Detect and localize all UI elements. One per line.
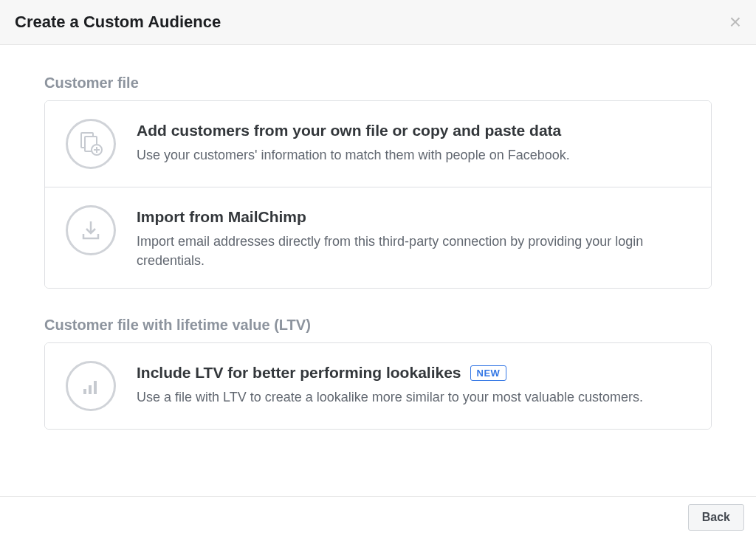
new-badge: NEW [470, 365, 507, 381]
option-own-file-body: Add customers from your own file or copy… [137, 119, 690, 165]
bar-chart-icon [66, 361, 116, 411]
section-label-customer-file: Customer file [44, 75, 712, 92]
option-ltv-desc: Use a file with LTV to create a lookalik… [137, 387, 690, 407]
dialog-footer: Back [0, 496, 756, 541]
ltv-options: Include LTV for better performing lookal… [44, 342, 712, 430]
file-add-icon [66, 119, 116, 169]
close-button[interactable]: × [729, 12, 741, 32]
option-ltv-body: Include LTV for better performing lookal… [137, 361, 690, 407]
section-label-ltv: Customer file with lifetime value (LTV) [44, 317, 712, 334]
svg-rect-6 [83, 389, 86, 394]
customer-file-options: Add customers from your own file or copy… [44, 100, 712, 289]
option-own-file[interactable]: Add customers from your own file or copy… [45, 101, 711, 187]
dialog-content: Customer file Add customers from your ow… [0, 45, 756, 472]
close-icon: × [729, 10, 741, 33]
option-mailchimp-body: Import from MailChimp Import email addre… [137, 205, 690, 270]
option-ltv-title: Include LTV for better performing lookal… [137, 364, 461, 382]
dialog-header: Create a Custom Audience × [0, 0, 756, 45]
option-own-file-desc: Use your customers' information to match… [137, 145, 690, 165]
option-own-file-title: Add customers from your own file or copy… [137, 122, 561, 139]
svg-rect-8 [94, 381, 97, 394]
dialog-title: Create a Custom Audience [15, 13, 221, 32]
back-button[interactable]: Back [688, 504, 744, 531]
option-mailchimp[interactable]: Import from MailChimp Import email addre… [45, 187, 711, 288]
option-mailchimp-desc: Import email addresses directly from thi… [137, 232, 690, 270]
option-ltv[interactable]: Include LTV for better performing lookal… [45, 343, 711, 429]
svg-rect-7 [89, 385, 92, 394]
download-icon [66, 205, 116, 255]
option-mailchimp-title: Import from MailChimp [137, 208, 306, 226]
